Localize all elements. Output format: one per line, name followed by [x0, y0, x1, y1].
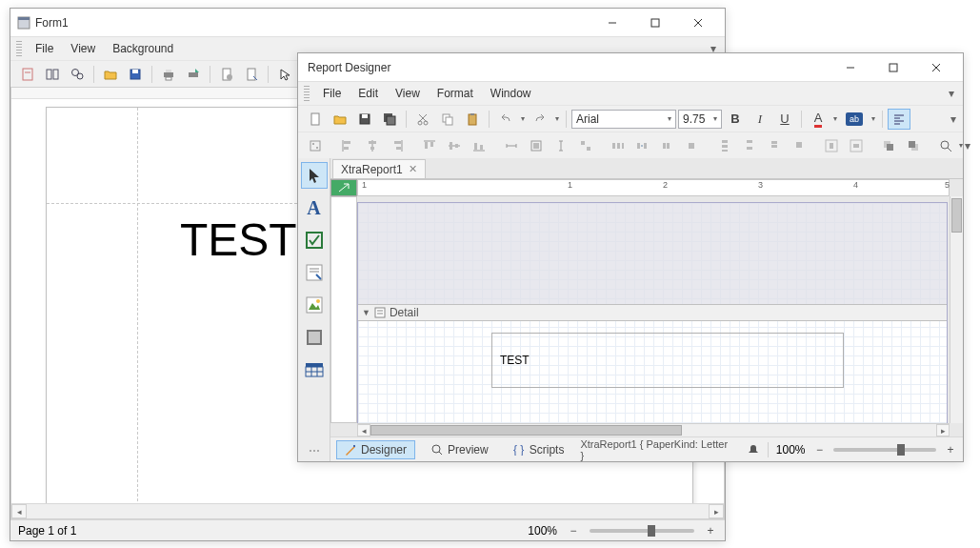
- align-middles-icon[interactable]: [443, 135, 466, 156]
- copy-icon[interactable]: [436, 109, 459, 130]
- font-family-combo[interactable]: Arial▾: [571, 110, 676, 129]
- thumbnails-icon[interactable]: [41, 64, 64, 85]
- italic-button[interactable]: I: [749, 109, 771, 130]
- palette-more-icon[interactable]: ⋯: [309, 444, 320, 457]
- hspace-increase-icon[interactable]: [631, 135, 654, 156]
- close-tab-icon[interactable]: ✕: [409, 163, 417, 175]
- tab-designer[interactable]: Designer: [336, 440, 415, 459]
- rd-menu-window[interactable]: Window: [483, 84, 539, 103]
- rd-titlebar[interactable]: Report Designer: [298, 53, 963, 82]
- rd-menu-format[interactable]: Format: [430, 84, 481, 103]
- rd-ruler-vertical[interactable]: [330, 196, 357, 423]
- scale-icon[interactable]: [240, 64, 263, 85]
- same-size-icon[interactable]: [574, 135, 597, 156]
- form1-menu-view[interactable]: View: [63, 39, 103, 58]
- form1-minimize-button[interactable]: [590, 10, 633, 36]
- same-width-icon[interactable]: [500, 135, 523, 156]
- center-vertically-icon[interactable]: [845, 135, 868, 156]
- table-tool-icon[interactable]: [301, 356, 328, 383]
- page-setup-icon[interactable]: [215, 64, 238, 85]
- pointer-icon[interactable]: [273, 64, 296, 85]
- redo-icon[interactable]: [529, 109, 551, 130]
- toolbar-overflow-icon[interactable]: ▾: [948, 113, 959, 125]
- zoom-in-button[interactable]: +: [944, 443, 957, 457]
- picturebox-tool-icon[interactable]: [301, 292, 328, 318]
- back-color-button[interactable]: ab: [841, 109, 868, 130]
- zoom-out-button[interactable]: −: [813, 443, 827, 457]
- rd-report-page[interactable]: ▼ Detail TEST: [357, 202, 948, 423]
- open-icon[interactable]: [329, 109, 351, 130]
- bring-to-front-icon[interactable]: [877, 135, 900, 156]
- align-left-button[interactable]: [888, 109, 910, 130]
- toolbar-overflow-icon[interactable]: ▾: [965, 140, 970, 152]
- parameters-icon[interactable]: [16, 64, 39, 85]
- redo-dropdown[interactable]: ▾: [553, 114, 561, 123]
- detail-band-header[interactable]: ▼ Detail: [358, 304, 947, 321]
- tab-scripts[interactable]: { } Scripts: [505, 440, 573, 459]
- form1-hscrollbar[interactable]: ◂ ▸: [11, 503, 724, 518]
- back-color-dropdown[interactable]: ▾: [870, 114, 877, 123]
- scroll-track[interactable]: [27, 504, 709, 518]
- align-lefts-icon[interactable]: [336, 135, 359, 156]
- form1-titlebar[interactable]: Form1: [10, 9, 725, 37]
- zoom-slider[interactable]: [833, 448, 936, 452]
- panel-tool-icon[interactable]: [301, 324, 328, 351]
- undo-dropdown[interactable]: ▾: [519, 114, 527, 123]
- align-rights-icon[interactable]: [386, 135, 409, 156]
- scroll-right-icon[interactable]: ▸: [936, 424, 950, 436]
- fore-color-button[interactable]: A: [807, 109, 830, 130]
- align-bottoms-icon[interactable]: [468, 135, 490, 156]
- toolbar-grip-icon[interactable]: [16, 41, 22, 56]
- rd-menu-file[interactable]: File: [315, 84, 349, 103]
- save-icon[interactable]: [124, 64, 147, 85]
- cut-icon[interactable]: [411, 109, 434, 130]
- form1-maximize-button[interactable]: [633, 10, 676, 36]
- rd-doc-tab[interactable]: XtraReport1 ✕: [332, 159, 426, 178]
- quick-print-icon[interactable]: [182, 64, 205, 85]
- tab-preview[interactable]: Preview: [423, 440, 497, 459]
- rd-design-surface[interactable]: 1 1 2 3 4 5 ▼ Detail: [330, 179, 963, 436]
- same-height-icon[interactable]: [550, 135, 572, 156]
- vspace-remove-icon[interactable]: [788, 135, 810, 156]
- hspace-remove-icon[interactable]: [681, 135, 704, 156]
- scroll-left-icon[interactable]: ◂: [357, 424, 370, 436]
- scroll-right-icon[interactable]: ▸: [709, 504, 724, 518]
- rd-label-control[interactable]: TEST: [491, 333, 844, 388]
- vspace-equal-icon[interactable]: [713, 135, 736, 156]
- open-icon[interactable]: [99, 64, 122, 85]
- form1-close-button[interactable]: [676, 10, 719, 36]
- new-report-icon[interactable]: [304, 109, 327, 130]
- ruler-corner-icon[interactable]: [330, 179, 357, 196]
- notifications-icon[interactable]: [747, 443, 760, 457]
- rd-menu-view[interactable]: View: [388, 84, 428, 103]
- align-centers-icon[interactable]: [361, 135, 384, 156]
- zoom-slider[interactable]: [590, 529, 694, 533]
- save-icon[interactable]: [353, 109, 376, 130]
- form1-menu-background[interactable]: Background: [105, 39, 181, 58]
- scroll-left-icon[interactable]: ◂: [11, 504, 27, 518]
- find-icon[interactable]: [66, 64, 89, 85]
- rd-hscrollbar[interactable]: ◂ ▸: [357, 423, 950, 436]
- form1-menu-file[interactable]: File: [28, 39, 61, 58]
- align-to-grid-icon[interactable]: [304, 135, 327, 156]
- underline-button[interactable]: U: [773, 109, 796, 130]
- save-all-icon[interactable]: [378, 109, 401, 130]
- pointer-tool-icon[interactable]: [301, 162, 328, 189]
- toolbar-grip-icon[interactable]: [304, 86, 310, 101]
- rd-maximize-button[interactable]: [871, 54, 914, 81]
- rd-minimize-button[interactable]: [829, 54, 871, 81]
- checkbox-tool-icon[interactable]: [301, 227, 328, 254]
- hspace-equal-icon[interactable]: [607, 135, 630, 156]
- label-tool-icon[interactable]: A: [301, 194, 328, 221]
- send-to-back-icon[interactable]: [902, 135, 925, 156]
- rd-ruler-horizontal[interactable]: 1 1 2 3 4 5: [357, 179, 950, 196]
- undo-icon[interactable]: [494, 109, 517, 130]
- print-icon[interactable]: [157, 64, 180, 85]
- richtext-tool-icon[interactable]: [301, 259, 328, 286]
- rd-menu-edit[interactable]: Edit: [350, 84, 386, 103]
- rd-close-button[interactable]: [914, 54, 957, 81]
- bold-button[interactable]: B: [724, 109, 747, 130]
- hspace-decrease-icon[interactable]: [656, 135, 679, 156]
- size-to-grid-icon[interactable]: [525, 135, 548, 156]
- center-horizontally-icon[interactable]: [820, 135, 843, 156]
